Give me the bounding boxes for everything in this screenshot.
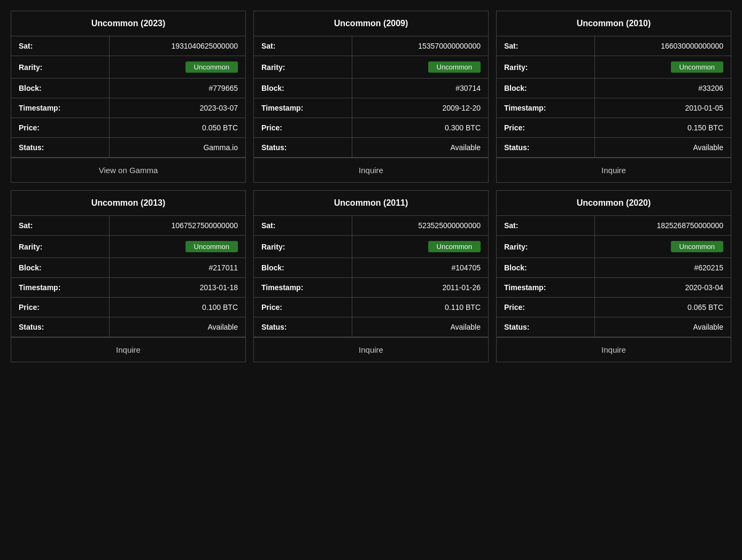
block-value: #104705 [352, 258, 488, 278]
rarity-badge: Uncommon [428, 61, 481, 73]
status-row: Status: Available [254, 317, 488, 337]
timestamp-value: 2013-01-18 [110, 278, 245, 298]
sat-row: Sat: 153570000000000 [254, 36, 488, 56]
rarity-badge: Uncommon [186, 241, 238, 252]
status-value: Available [352, 138, 488, 158]
card-title-0: Uncommon (2023) [11, 11, 245, 36]
sat-label: Sat: [11, 216, 110, 236]
timestamp-value: 2023-03-07 [110, 98, 245, 118]
card-5: Uncommon (2020) Sat: 1825268750000000 Ra… [496, 190, 731, 362]
block-value: #30714 [352, 79, 488, 98]
card-3: Uncommon (2013) Sat: 1067527500000000 Ra… [11, 190, 246, 362]
block-value: #33206 [595, 79, 731, 98]
card-title-2: Uncommon (2010) [497, 11, 731, 36]
rarity-row: Rarity: Uncommon [254, 236, 488, 258]
sat-label: Sat: [11, 36, 110, 56]
price-label: Price: [254, 118, 352, 138]
price-value: 0.050 BTC [110, 118, 245, 138]
block-row: Block: #217011 [11, 258, 245, 278]
timestamp-row: Timestamp: 2011-01-26 [254, 278, 488, 298]
status-label: Status: [254, 138, 352, 158]
block-label: Block: [11, 79, 110, 98]
card-0: Uncommon (2023) Sat: 1931040625000000 Ra… [11, 11, 246, 183]
block-row: Block: #33206 [497, 79, 731, 98]
price-label: Price: [497, 118, 595, 138]
price-label: Price: [11, 118, 110, 138]
card-2: Uncommon (2010) Sat: 166030000000000 Rar… [496, 11, 731, 183]
block-label: Block: [11, 258, 110, 278]
card-action-3[interactable]: Inquire [11, 337, 245, 362]
status-value: Available [110, 317, 245, 337]
sat-value: 1931040625000000 [110, 36, 245, 56]
price-value: 0.100 BTC [110, 298, 245, 317]
sat-label: Sat: [497, 36, 595, 56]
sat-value: 523525000000000 [352, 216, 488, 236]
price-row: Price: 0.100 BTC [11, 298, 245, 317]
timestamp-label: Timestamp: [497, 98, 595, 118]
card-4: Uncommon (2011) Sat: 523525000000000 Rar… [253, 190, 489, 362]
card-title-3: Uncommon (2013) [11, 191, 245, 216]
timestamp-value: 2010-01-05 [595, 98, 731, 118]
sat-label: Sat: [254, 36, 352, 56]
card-action-0[interactable]: View on Gamma [11, 158, 245, 182]
price-row: Price: 0.150 BTC [497, 118, 731, 138]
rarity-badge: Uncommon [671, 241, 723, 252]
sat-row: Sat: 523525000000000 [254, 216, 488, 236]
card-action-1[interactable]: Inquire [254, 158, 488, 182]
block-label: Block: [254, 258, 352, 278]
status-label: Status: [497, 317, 595, 337]
timestamp-label: Timestamp: [254, 278, 352, 298]
timestamp-value: 2009-12-20 [352, 98, 488, 118]
sat-value: 1067527500000000 [110, 216, 245, 236]
sat-value: 153570000000000 [352, 36, 488, 56]
card-title-1: Uncommon (2009) [254, 11, 488, 36]
block-row: Block: #30714 [254, 79, 488, 98]
rarity-row: Rarity: Uncommon [11, 236, 245, 258]
sat-row: Sat: 1931040625000000 [11, 36, 245, 56]
price-value: 0.150 BTC [595, 118, 731, 138]
status-row: Status: Available [11, 317, 245, 337]
card-action-4[interactable]: Inquire [254, 337, 488, 362]
status-label: Status: [497, 138, 595, 158]
block-row: Block: #104705 [254, 258, 488, 278]
status-label: Status: [254, 317, 352, 337]
timestamp-row: Timestamp: 2013-01-18 [11, 278, 245, 298]
card-table-0: Sat: 1931040625000000 Rarity: Uncommon B… [11, 36, 245, 158]
rarity-row: Rarity: Uncommon [254, 56, 488, 79]
card-1: Uncommon (2009) Sat: 153570000000000 Rar… [253, 11, 489, 183]
price-label: Price: [254, 298, 352, 317]
rarity-value: Uncommon [110, 56, 245, 79]
card-table-1: Sat: 153570000000000 Rarity: Uncommon Bl… [254, 36, 488, 158]
status-value: Available [595, 138, 731, 158]
timestamp-row: Timestamp: 2009-12-20 [254, 98, 488, 118]
rarity-label: Rarity: [497, 236, 595, 258]
timestamp-row: Timestamp: 2020-03-04 [497, 278, 731, 298]
sat-row: Sat: 1067527500000000 [11, 216, 245, 236]
block-value: #217011 [110, 258, 245, 278]
card-table-2: Sat: 166030000000000 Rarity: Uncommon Bl… [497, 36, 731, 158]
block-value: #620215 [595, 258, 731, 278]
card-action-5[interactable]: Inquire [497, 337, 731, 362]
status-value: Available [595, 317, 731, 337]
rarity-value: Uncommon [595, 236, 731, 258]
block-value: #779665 [110, 79, 245, 98]
card-title-4: Uncommon (2011) [254, 191, 488, 216]
sat-label: Sat: [497, 216, 595, 236]
rarity-row: Rarity: Uncommon [497, 56, 731, 79]
sat-row: Sat: 1825268750000000 [497, 216, 731, 236]
status-label: Status: [11, 138, 110, 158]
timestamp-label: Timestamp: [254, 98, 352, 118]
status-row: Status: Gamma.io [11, 138, 245, 158]
rarity-label: Rarity: [254, 236, 352, 258]
card-action-2[interactable]: Inquire [497, 158, 731, 182]
price-row: Price: 0.110 BTC [254, 298, 488, 317]
sat-label: Sat: [254, 216, 352, 236]
card-table-5: Sat: 1825268750000000 Rarity: Uncommon B… [497, 216, 731, 337]
card-title-5: Uncommon (2020) [497, 191, 731, 216]
status-row: Status: Available [254, 138, 488, 158]
rarity-label: Rarity: [254, 56, 352, 79]
price-row: Price: 0.300 BTC [254, 118, 488, 138]
timestamp-label: Timestamp: [11, 278, 110, 298]
timestamp-value: 2011-01-26 [352, 278, 488, 298]
timestamp-row: Timestamp: 2023-03-07 [11, 98, 245, 118]
